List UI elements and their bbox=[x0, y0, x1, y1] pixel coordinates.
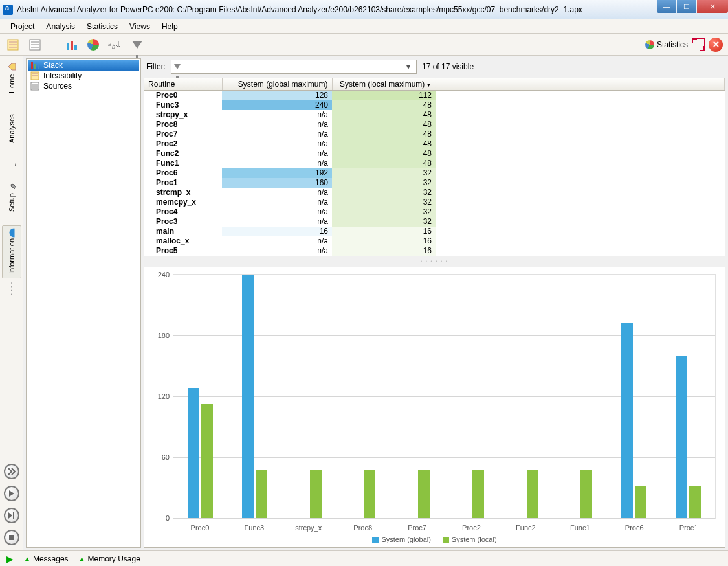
toolbar-btn-bars[interactable] bbox=[63, 37, 79, 52]
play-button[interactable] bbox=[4, 486, 19, 501]
table-row[interactable]: Proc4n/a32 bbox=[144, 207, 725, 217]
title-bar: AbsInt Advanced Analyzer for PowerPC e20… bbox=[0, 0, 728, 19]
menu-help[interactable]: Help bbox=[157, 21, 183, 32]
wrench-icon bbox=[7, 182, 16, 191]
table-row[interactable]: strcpy_xn/a48 bbox=[144, 110, 725, 120]
table-row[interactable]: Proc8n/a48 bbox=[144, 120, 725, 130]
fullscreen-button[interactable] bbox=[692, 38, 705, 51]
bar[interactable] bbox=[242, 275, 254, 518]
side-tree: Stack Infeasibility Sources bbox=[26, 58, 141, 548]
menu-project[interactable]: Project bbox=[5, 21, 39, 32]
table-row[interactable]: memcpy_xn/a32 bbox=[144, 198, 725, 207]
maximize-button[interactable]: ☐ bbox=[677, 0, 696, 13]
col-global[interactable]: System (global maximum) bbox=[222, 78, 332, 91]
barchart-icon bbox=[65, 38, 78, 51]
bar[interactable] bbox=[256, 470, 267, 518]
tree-item-stack[interactable]: Stack bbox=[28, 60, 139, 71]
chart-panel: 060120180240 Proc0Func3strcpy_xProc8Proc… bbox=[144, 267, 725, 549]
cell-routine: Proc2 bbox=[144, 139, 222, 149]
cell-global: n/a bbox=[222, 159, 332, 168]
toolbar-btn-pie[interactable] bbox=[85, 37, 101, 52]
legend-swatch-local bbox=[443, 537, 449, 543]
table-row[interactable]: Func2n/a48 bbox=[144, 149, 725, 159]
table-row[interactable]: Func324048 bbox=[144, 100, 725, 110]
bar[interactable] bbox=[418, 470, 430, 518]
vtab-information[interactable]: Informationi bbox=[2, 225, 21, 278]
window-close-button[interactable]: ✕ bbox=[697, 0, 728, 13]
menu-views[interactable]: Views bbox=[124, 21, 155, 32]
tree-item-sources[interactable]: Sources bbox=[28, 81, 139, 91]
cell-local: 112 bbox=[332, 91, 436, 100]
run-button[interactable]: ▶ bbox=[6, 554, 14, 564]
filter-input[interactable] bbox=[183, 62, 401, 71]
bar[interactable] bbox=[580, 470, 592, 518]
table-row[interactable]: Func1n/a48 bbox=[144, 159, 725, 168]
cell-global: n/a bbox=[222, 149, 332, 159]
table-row[interactable]: Proc0128112 bbox=[144, 91, 725, 100]
vtab-home[interactable]: Home bbox=[2, 57, 21, 98]
horizontal-splitter[interactable]: • • • • • • bbox=[144, 259, 725, 264]
minimize-button[interactable]: — bbox=[657, 0, 676, 13]
stop-button[interactable] bbox=[4, 530, 19, 545]
cell-local: 16 bbox=[332, 236, 436, 246]
messages-button[interactable]: ▲Messages bbox=[24, 554, 69, 563]
window-title: AbsInt Advanced Analyzer for PowerPC e20… bbox=[17, 5, 582, 14]
bar[interactable] bbox=[188, 388, 199, 518]
bar[interactable] bbox=[310, 470, 322, 518]
vtab-analyses[interactable]: Analysesa bbox=[2, 106, 21, 148]
notes-icon bbox=[6, 38, 19, 51]
bar[interactable] bbox=[621, 323, 633, 518]
bar[interactable] bbox=[689, 486, 701, 518]
cell-routine: strcmp_x bbox=[144, 188, 222, 198]
bar[interactable] bbox=[527, 470, 538, 518]
table-row[interactable]: Proc3n/a32 bbox=[144, 217, 725, 227]
table-row[interactable]: main1616 bbox=[144, 227, 725, 236]
main-content: Filter: ▾ 17 of 17 visible Routine Syste… bbox=[141, 56, 728, 550]
menu-statistics[interactable]: Statistics bbox=[82, 21, 123, 32]
cell-routine: Proc1 bbox=[144, 178, 222, 188]
cell-local: 48 bbox=[332, 110, 436, 120]
col-local[interactable]: System (local maximum) bbox=[332, 78, 436, 91]
x-tick-label: Proc6 bbox=[607, 524, 661, 532]
cell-local: 32 bbox=[332, 168, 436, 178]
bar[interactable] bbox=[201, 404, 213, 518]
memory-usage-button[interactable]: ▲Memory Usage bbox=[79, 554, 140, 563]
cell-routine: Proc0 bbox=[144, 91, 222, 100]
menu-analysis[interactable]: Analysis bbox=[41, 21, 80, 32]
vtab-setup[interactable]: Setup bbox=[2, 176, 21, 218]
table-row[interactable]: Proc2n/a48 bbox=[144, 139, 725, 149]
toolbar-btn-sort[interactable]: ab bbox=[107, 37, 123, 52]
filter-input-wrap[interactable]: ▾ bbox=[171, 60, 417, 74]
toolbar-btn-filter[interactable] bbox=[129, 37, 145, 52]
cell-local: 48 bbox=[332, 159, 436, 168]
cell-local: 48 bbox=[332, 100, 436, 110]
filter-dropdown-button[interactable]: ▾ bbox=[403, 62, 414, 71]
play-fast-button[interactable] bbox=[4, 464, 19, 479]
toolbar-btn-2[interactable] bbox=[27, 37, 43, 52]
x-tick-label: Func3 bbox=[227, 524, 281, 532]
x-tick-label: Func2 bbox=[498, 524, 553, 532]
table-row[interactable]: Proc619232 bbox=[144, 168, 725, 178]
table-row[interactable]: Proc7n/a48 bbox=[144, 130, 725, 139]
table-row[interactable]: strcmp_xn/a32 bbox=[144, 188, 725, 198]
bar-group bbox=[607, 275, 661, 518]
cell-local: 32 bbox=[332, 207, 436, 217]
cell-global: 192 bbox=[222, 168, 332, 178]
step-button[interactable] bbox=[4, 508, 19, 523]
vtab-fx[interactable]: f(x) bbox=[2, 149, 21, 168]
bar[interactable] bbox=[635, 486, 646, 518]
cell-routine: malloc_x bbox=[144, 236, 222, 246]
table-row[interactable]: Proc116032 bbox=[144, 178, 725, 188]
tree-item-infeasibility[interactable]: Infeasibility bbox=[28, 71, 139, 81]
close-view-button[interactable]: ✕ bbox=[709, 38, 723, 52]
col-routine[interactable]: Routine bbox=[144, 78, 222, 91]
statistics-link[interactable]: Statistics bbox=[645, 40, 688, 49]
cell-routine: Func2 bbox=[144, 149, 222, 159]
bar[interactable] bbox=[676, 356, 687, 518]
bar[interactable] bbox=[364, 470, 375, 518]
toolbar-btn-1[interactable] bbox=[5, 37, 21, 52]
table-row[interactable]: Proc5n/a16 bbox=[144, 246, 725, 256]
bar[interactable] bbox=[472, 470, 484, 518]
table-row[interactable]: malloc_xn/a16 bbox=[144, 236, 725, 246]
triangle-up-icon: ▲ bbox=[79, 555, 85, 562]
